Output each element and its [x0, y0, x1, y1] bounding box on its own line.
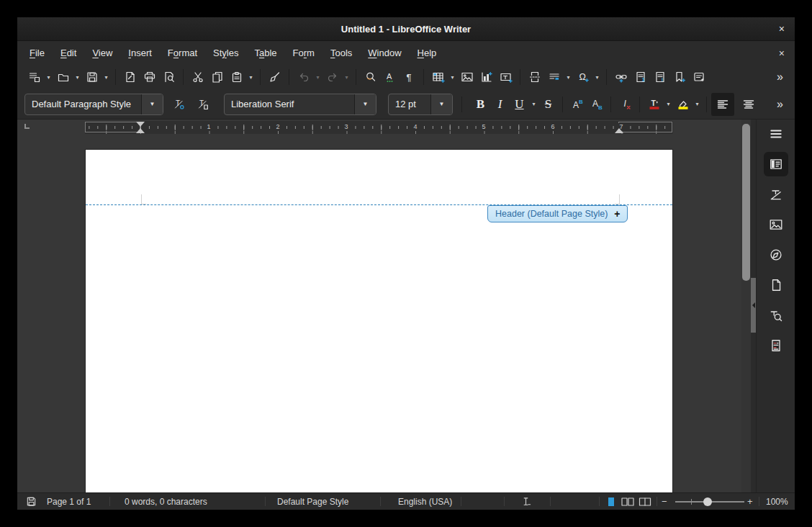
font-size-combo[interactable]: 12 pt ▼: [388, 94, 453, 115]
strikethrough-button[interactable]: S: [538, 94, 558, 114]
sidebar-hide-grip[interactable]: [751, 278, 756, 333]
menu-styles[interactable]: Styles: [205, 48, 246, 58]
horizontal-ruler[interactable]: 1 2 3 4 5 6 7: [85, 121, 673, 134]
subscript-button[interactable]: AB: [587, 94, 606, 114]
document-close-icon[interactable]: ×: [779, 41, 785, 65]
page-style-field[interactable]: Default Page Style: [277, 493, 348, 510]
bold-button[interactable]: B: [471, 94, 490, 114]
sidebar-tab-gallery[interactable]: [764, 212, 788, 237]
standard-toolbar-overflow-button[interactable]: »: [772, 71, 788, 84]
insert-endnote-button[interactable]: i: [650, 68, 669, 87]
sidebar-tab-accessibility-check[interactable]: [764, 333, 788, 358]
font-name-combo[interactable]: Liberation Serif ▼: [224, 94, 376, 115]
header-insert-button[interactable]: Header (Default Page Style) +: [487, 205, 628, 222]
highlight-color-button[interactable]: [673, 94, 693, 114]
sidebar-settings-button[interactable]: [764, 122, 788, 146]
spelling-button[interactable]: A: [380, 68, 400, 87]
insert-chart-button[interactable]: [477, 68, 496, 87]
paste-dropdown[interactable]: ▾: [246, 74, 256, 81]
single-page-view-button[interactable]: [606, 493, 616, 510]
insert-comment-button[interactable]: [689, 68, 708, 87]
header-insert-plus-icon[interactable]: +: [614, 209, 620, 219]
insert-field-button[interactable]: [544, 68, 564, 87]
menu-tools[interactable]: Tools: [322, 48, 360, 58]
insert-image-button[interactable]: [457, 68, 477, 87]
page-count-field[interactable]: Page 1 of 1: [47, 493, 91, 510]
menu-window[interactable]: Window: [360, 48, 409, 58]
menu-insert[interactable]: Insert: [120, 48, 160, 58]
save-button[interactable]: [82, 68, 102, 87]
undo-button[interactable]: [294, 68, 313, 87]
menu-format[interactable]: Format: [160, 48, 205, 58]
insert-special-character-dropdown[interactable]: ▾: [592, 74, 602, 81]
paragraph-style-combo-arrow[interactable]: ▼: [141, 94, 163, 114]
menu-table[interactable]: Table: [246, 48, 284, 58]
insert-table-dropdown[interactable]: ▾: [448, 74, 457, 81]
clone-formatting-button[interactable]: [265, 68, 284, 87]
save-dropdown[interactable]: ▾: [102, 74, 111, 81]
menu-help[interactable]: Help: [410, 48, 445, 58]
new-document-button[interactable]: [24, 68, 44, 87]
insert-textbox-button[interactable]: [496, 68, 515, 87]
align-left-button[interactable]: [711, 93, 734, 116]
multi-page-view-button[interactable]: [621, 493, 635, 510]
menu-file[interactable]: File: [22, 48, 53, 58]
book-view-button[interactable]: [638, 493, 652, 510]
vertical-scrollbar-thumb[interactable]: [742, 124, 750, 281]
insert-field-dropdown[interactable]: ▾: [564, 74, 573, 81]
font-name-combo-arrow[interactable]: ▼: [354, 94, 376, 114]
selection-mode-button[interactable]: [520, 493, 531, 510]
font-color-button[interactable]: T: [644, 94, 664, 114]
formatting-marks-button[interactable]: ¶: [400, 68, 419, 87]
paste-button[interactable]: [227, 68, 246, 87]
redo-button[interactable]: [322, 68, 342, 87]
open-button[interactable]: [53, 68, 73, 87]
vertical-scrollbar[interactable]: [741, 120, 751, 492]
insert-bookmark-button[interactable]: [669, 68, 689, 87]
sidebar-tab-styles[interactable]: [764, 182, 788, 207]
superscript-button[interactable]: AB: [567, 94, 587, 114]
formatting-toolbar-overflow-button[interactable]: »: [772, 98, 788, 111]
right-indent-marker[interactable]: [615, 128, 623, 133]
menu-form[interactable]: Form: [285, 48, 322, 58]
new-style-button[interactable]: T: [193, 94, 212, 114]
sidebar-tab-style-inspector[interactable]: [764, 303, 788, 328]
insert-hyperlink-button[interactable]: [611, 68, 631, 87]
underline-dropdown[interactable]: ▾: [529, 101, 538, 107]
insert-table-button[interactable]: [428, 68, 448, 87]
highlight-color-dropdown[interactable]: ▾: [693, 101, 702, 107]
sidebar-tab-page[interactable]: [764, 273, 788, 297]
print-preview-button[interactable]: [159, 68, 179, 87]
sidebar-tab-navigator[interactable]: [764, 243, 788, 267]
insert-page-break-button[interactable]: [525, 68, 544, 87]
zoom-in-button[interactable]: +: [747, 493, 753, 510]
italic-button[interactable]: I: [490, 94, 510, 114]
font-size-combo-arrow[interactable]: ▼: [430, 94, 452, 114]
find-replace-button[interactable]: [361, 68, 380, 87]
sidebar-tab-properties[interactable]: [764, 152, 788, 176]
insert-footnote-button[interactable]: 1: [631, 68, 650, 87]
zoom-level-field[interactable]: 100%: [766, 493, 788, 510]
underline-button[interactable]: U: [510, 94, 529, 114]
align-center-button[interactable]: [739, 94, 758, 114]
undo-dropdown[interactable]: ▾: [313, 74, 322, 81]
export-pdf-button[interactable]: [120, 68, 140, 87]
insert-special-character-button[interactable]: Ω: [573, 68, 592, 87]
open-dropdown[interactable]: ▾: [73, 74, 82, 81]
menu-view[interactable]: View: [84, 48, 120, 58]
zoom-out-button[interactable]: −: [662, 493, 667, 510]
redo-dropdown[interactable]: ▾: [342, 74, 351, 81]
font-color-dropdown[interactable]: ▾: [664, 101, 673, 107]
new-document-dropdown[interactable]: ▾: [44, 74, 53, 81]
first-line-indent-marker[interactable]: [136, 122, 145, 127]
page[interactable]: Header (Default Page Style) +: [85, 149, 673, 492]
cut-button[interactable]: [188, 68, 207, 87]
menu-edit[interactable]: Edit: [53, 48, 84, 58]
clear-formatting-button[interactable]: I: [615, 94, 635, 114]
paragraph-style-combo[interactable]: Default Paragraph Style ▼: [24, 94, 163, 115]
print-button[interactable]: [140, 68, 159, 87]
update-style-button[interactable]: T: [169, 94, 189, 114]
language-field[interactable]: English (USA): [398, 493, 452, 510]
left-indent-marker[interactable]: [136, 128, 145, 133]
zoom-slider-thumb[interactable]: [703, 497, 712, 506]
